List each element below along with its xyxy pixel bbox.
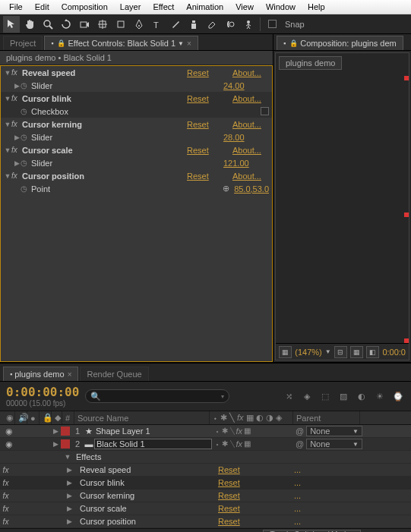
text-tool[interactable]: T	[149, 16, 166, 33]
magnification-icon[interactable]: ▦	[279, 346, 292, 358]
layer-switches[interactable]: ⬩ ✱ ╲ fx ▦	[212, 439, 296, 449]
about-link[interactable]: About...	[232, 172, 269, 181]
about-link[interactable]: About...	[232, 146, 269, 155]
zoom-tool[interactable]	[40, 16, 56, 33]
shy-icon[interactable]: ⬚	[318, 392, 332, 401]
stopwatch-icon[interactable]: ◷	[21, 184, 31, 193]
twirl-icon[interactable]: ▶	[52, 440, 59, 448]
twirl-icon[interactable]: ▶	[65, 505, 74, 512]
visibility-icon[interactable]: ◉	[3, 439, 15, 449]
tab-project[interactable]: Project	[3, 36, 43, 50]
col-label-icon[interactable]: ◆	[52, 411, 62, 424]
switch-icon[interactable]: ◈	[276, 413, 282, 423]
mask-tool[interactable]	[112, 16, 129, 33]
reset-link[interactable]: Reset	[187, 94, 232, 103]
menu-window[interactable]: Window	[260, 1, 302, 13]
comp-handle[interactable]	[404, 212, 409, 217]
stopwatch-icon[interactable]: ◷	[21, 107, 31, 115]
col-source-name[interactable]: Source Name	[74, 411, 210, 424]
effect-header-row[interactable]: ▼fxCursor blinkResetAbout...	[1, 92, 272, 105]
point-target-icon[interactable]: ⊕	[223, 184, 229, 194]
close-icon[interactable]: ×	[187, 39, 191, 48]
motion-blur-icon[interactable]: ◐	[355, 392, 368, 401]
mask-btn[interactable]: ◧	[366, 346, 379, 358]
grid-btn[interactable]: ▦	[350, 346, 363, 358]
resolution-btn[interactable]: ⊟	[334, 346, 347, 358]
about-link[interactable]: About...	[232, 68, 269, 77]
graph-icon[interactable]: ☀	[373, 392, 387, 401]
options-link[interactable]: ...	[294, 517, 309, 526]
pan-behind-tool[interactable]	[94, 16, 111, 33]
param-value[interactable]: 24.00	[223, 81, 269, 90]
draft3d-icon[interactable]: ◈	[300, 392, 314, 401]
timeline-effect-row[interactable]: fx▶Cursor scaleReset...	[0, 502, 411, 515]
lock-icon[interactable]: 🔒	[289, 39, 298, 47]
timeline-effect-row[interactable]: fx▶Cursor kerningReset...	[0, 490, 411, 502]
timeline-tab-comp[interactable]: ▪ plugins demo ×	[3, 367, 78, 381]
roto-tool[interactable]	[222, 16, 239, 33]
twirl-icon[interactable]: ▼	[4, 121, 11, 128]
timeline-effect-row[interactable]: fx▶Cursor positionReset...	[0, 515, 411, 528]
fx-icon[interactable]: fx	[0, 518, 11, 526]
layer-parent[interactable]: @None▼	[296, 426, 362, 436]
param-value[interactable]: 28.00	[223, 133, 269, 142]
menu-layer[interactable]: Layer	[114, 1, 147, 13]
layer-name[interactable]: Black Solid 1	[94, 439, 212, 449]
fx-icon[interactable]: fx	[11, 146, 22, 154]
switch-icon[interactable]: ⬩	[213, 413, 218, 423]
tab-composition[interactable]: ▪ 🔒 Composition: plugins dem	[277, 36, 403, 50]
effect-header-row[interactable]: ▼fxCursor kerningResetAbout...	[1, 118, 272, 131]
stopwatch-icon[interactable]: ◷	[21, 133, 31, 141]
checkbox-input[interactable]	[261, 107, 269, 115]
puppet-tool[interactable]	[240, 16, 257, 33]
fx-icon[interactable]: fx	[11, 68, 22, 77]
clone-tool[interactable]	[185, 16, 202, 33]
param-value[interactable]: 121.00	[223, 159, 269, 168]
reset-link[interactable]: Reset	[187, 172, 232, 181]
param-value[interactable]: 85.0,53.0	[234, 184, 269, 194]
twirl-icon[interactable]: ▼	[4, 172, 11, 180]
layer-switches[interactable]: ⬩ ✱ ╲ fx ▦	[212, 427, 296, 436]
frame-blend-icon[interactable]: ▨	[337, 392, 350, 401]
switch-icon[interactable]: ✱	[220, 413, 227, 423]
fx-icon[interactable]: fx	[11, 172, 22, 180]
options-link[interactable]: ...	[294, 465, 309, 474]
switch-icon[interactable]: ╲	[229, 413, 235, 423]
about-link[interactable]: About...	[232, 120, 269, 129]
twirl-icon[interactable]: ▶	[65, 479, 74, 486]
options-link[interactable]: ...	[294, 478, 309, 487]
fx-icon[interactable]: fx	[0, 479, 11, 487]
menu-animation[interactable]: Animation	[180, 1, 229, 13]
reset-link[interactable]: Reset	[218, 465, 294, 474]
twirl-icon[interactable]: ▶	[65, 518, 74, 525]
switch-icon[interactable]: ▦	[246, 413, 254, 423]
brush-tool[interactable]	[167, 16, 184, 33]
twirl-icon[interactable]: ▼	[4, 69, 11, 77]
visibility-icon[interactable]: ◉	[3, 427, 15, 436]
dropdown-icon[interactable]: ▼	[178, 40, 184, 47]
close-icon[interactable]: ×	[68, 370, 72, 379]
timeline-effect-row[interactable]: fx▶Reveal speedReset...	[0, 464, 411, 477]
twirl-icon[interactable]: ▼	[64, 453, 71, 461]
fx-icon[interactable]: fx	[11, 120, 22, 128]
label-color[interactable]	[61, 427, 70, 436]
menu-composition[interactable]: Composition	[55, 1, 114, 13]
zoom-level[interactable]: (147%)	[295, 348, 321, 357]
twirl-icon[interactable]: ▼	[4, 95, 11, 102]
menu-help[interactable]: Help	[302, 1, 331, 13]
comp-mini-flowchart-icon[interactable]: ⤮	[282, 392, 296, 401]
comp-time[interactable]: 0:00:0	[382, 348, 406, 357]
effect-header-row[interactable]: ▼fxCursor positionResetAbout...	[1, 169, 272, 182]
label-color[interactable]	[61, 439, 70, 449]
hand-tool[interactable]	[21, 16, 38, 33]
fx-icon[interactable]: fx	[237, 413, 244, 423]
layer-parent[interactable]: @None▼	[296, 439, 362, 449]
fx-icon[interactable]: fx	[0, 492, 11, 500]
reset-link[interactable]: Reset	[187, 146, 232, 155]
comp-inner-tab[interactable]: plugins demo	[279, 56, 342, 70]
col-solo-icon[interactable]: ●	[27, 411, 40, 424]
menu-effect[interactable]: Effect	[147, 1, 180, 13]
pen-tool[interactable]	[131, 16, 147, 33]
switch-icon[interactable]: ◐	[256, 413, 264, 423]
fx-icon[interactable]: fx	[11, 94, 22, 102]
